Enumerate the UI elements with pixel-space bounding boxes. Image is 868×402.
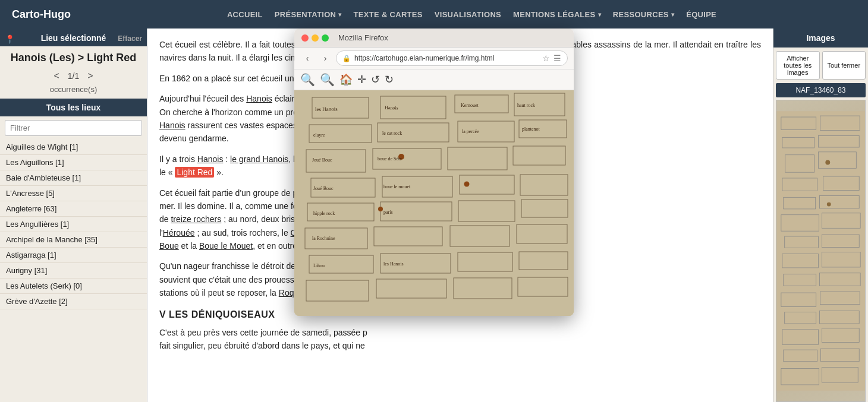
link-hanois-2[interactable]: Hanois	[159, 121, 185, 130]
svg-text:les Hanois: les Hanois	[315, 106, 338, 112]
svg-text:boue de Sète: boue de Sète	[378, 156, 402, 162]
occurrences-label: occurrence(s)	[0, 85, 147, 99]
back-button[interactable]: ‹	[300, 51, 315, 65]
move-icon[interactable]: ✛	[357, 73, 366, 86]
images-buttons: Afficher toutes les images Tout fermer	[773, 48, 868, 83]
home-icon[interactable]: 🏠	[339, 73, 353, 86]
nav-mentions-legales[interactable]: MENTIONS LÉGALES ▾	[513, 10, 601, 19]
nav-visualisations[interactable]: VISUALISATIONS	[435, 10, 501, 19]
places-list: Aiguilles de Wight [1] Les Aiguillons [1…	[0, 140, 147, 402]
maximize-window-button[interactable]	[322, 34, 329, 42]
nav-presentation[interactable]: PRÉSENTATION ▾	[275, 10, 342, 19]
file-label: NAF_13460_83	[776, 83, 866, 97]
list-item[interactable]: Angleterre [63]	[0, 201, 147, 217]
address-bar[interactable]: 🔒 https://cartohugo.elan-numerique.fr/im…	[336, 50, 568, 66]
firefox-titlebar: Mozilla Firefox	[294, 29, 574, 48]
svg-point-66	[378, 207, 383, 211]
svg-text:la percée: la percée	[462, 129, 479, 134]
lock-icon: 🔒	[342, 55, 351, 62]
sidebar-nav: < 1/1 >	[0, 67, 147, 85]
manuscript-svg: les Hanois Hanois Kernouet haut rock ela…	[294, 90, 574, 316]
filter-input[interactable]	[5, 120, 142, 136]
svg-point-65	[464, 182, 470, 187]
list-item[interactable]: Aurigny [31]	[0, 263, 147, 278]
list-item[interactable]: L'Ancresse [5]	[0, 186, 147, 201]
firefox-title: Mozilla Firefox	[338, 33, 388, 42]
selected-place: Hanois (Les) > Light Red	[0, 46, 147, 67]
list-item[interactable]: Les Aiguillons [1]	[0, 155, 147, 170]
svg-text:les Hanois: les Hanois	[383, 261, 404, 267]
thumbnail-svg	[776, 100, 865, 401]
navbar: Carto-Hugo ACCUEIL PRÉSENTATION ▾ TEXTE …	[0, 0, 868, 29]
images-panel: Images Afficher toutes les images Tout f…	[773, 29, 868, 402]
svg-text:Joué Bouc: Joué Bouc	[312, 157, 332, 163]
svg-text:plantenot: plantenot	[522, 126, 540, 132]
filter-container	[0, 116, 147, 140]
svg-text:boue le mouet: boue le mouet	[383, 184, 411, 189]
svg-point-30	[827, 202, 831, 207]
zoom-toolbar: 🔍 🔍 🏠 ✛ ↺ ↻	[294, 69, 574, 90]
nav-count: 1/1	[68, 71, 79, 81]
bookmark-icon[interactable]: ☆	[542, 53, 550, 63]
firefox-toolbar: ‹ › 🔒 https://cartohugo.elan-numerique.f…	[294, 48, 574, 69]
tous-lieux-header: Tous les lieux	[0, 99, 147, 116]
manuscript-image: les Hanois Hanois Kernouet haut rock ela…	[294, 90, 574, 316]
svg-point-29	[825, 160, 830, 165]
chevron-down-icon: ▾	[338, 11, 341, 18]
next-arrow[interactable]: >	[84, 69, 96, 83]
link-herouee[interactable]: Hérouée	[163, 228, 195, 238]
minimize-window-button[interactable]	[312, 34, 319, 42]
svg-text:Lihou: Lihou	[313, 263, 325, 268]
brand[interactable]: Carto-Hugo	[12, 8, 71, 21]
chevron-down-icon: ▾	[671, 11, 674, 18]
nav-texte-cartes[interactable]: TEXTE & CARTES	[354, 10, 423, 19]
nav-items: ACCUEIL PRÉSENTATION ▾ TEXTE & CARTES VI…	[87, 10, 856, 19]
prev-arrow[interactable]: <	[50, 69, 62, 83]
browser-nav-icons: ‹ ›	[300, 51, 332, 65]
menu-icon[interactable]: ☰	[553, 53, 561, 63]
link-boue[interactable]: Boue	[159, 241, 179, 251]
list-item[interactable]: Astigarraga [1]	[0, 248, 147, 263]
link-grand-hanois[interactable]: le grand Hanois	[230, 154, 288, 164]
close-window-button[interactable]	[301, 34, 309, 42]
svg-text:le cat rock: le cat rock	[382, 131, 402, 136]
svg-text:Kernouet: Kernouet	[461, 103, 479, 108]
link-treize-rochers[interactable]: treize rochers	[171, 214, 221, 224]
address-text: https://cartohugo.elan-numerique.fr/img.…	[354, 54, 539, 62]
show-all-images-button[interactable]: Afficher toutes les images	[776, 51, 820, 80]
firefox-content: les Hanois Hanois Kernouet haut rock ela…	[294, 90, 574, 316]
nav-ressources[interactable]: RESSOURCES ▾	[613, 10, 674, 19]
pin-icon: 📍	[5, 34, 15, 44]
svg-text:haut rock: haut rock	[517, 103, 535, 108]
effacer-button[interactable]: Effacer	[118, 34, 142, 43]
window-controls	[301, 34, 329, 42]
list-item[interactable]: Baie d'Ambleteuse [1]	[0, 170, 147, 186]
list-item[interactable]: Aiguilles de Wight [1]	[0, 140, 147, 155]
forward-button[interactable]: ›	[318, 51, 332, 65]
nav-accueil[interactable]: ACCUEIL	[227, 10, 263, 19]
link-boue-mouet[interactable]: Boue le Mouet	[199, 241, 253, 251]
svg-text:la Rochuine: la Rochuine	[312, 236, 335, 241]
svg-text:elayre: elayre	[313, 132, 325, 138]
paragraph-7: C'est à peu près vers cette journée de s…	[159, 326, 761, 353]
list-item[interactable]: Les Autelets (Serk) [0]	[0, 278, 147, 294]
list-item[interactable]: Grève d'Azette [2]	[0, 294, 147, 309]
zoom-in-icon[interactable]: 🔍	[320, 72, 335, 87]
link-hanois-1[interactable]: Hanois	[246, 94, 272, 103]
svg-text:Hanois: Hanois	[385, 105, 398, 110]
undo-icon[interactable]: ↺	[371, 73, 380, 86]
list-item[interactable]: Les Angullières [1]	[0, 217, 147, 232]
zoom-out-icon[interactable]: 🔍	[300, 72, 315, 87]
firefox-modal: Mozilla Firefox ‹ › 🔒 https://cartohugo.…	[294, 29, 574, 316]
list-item[interactable]: Archipel de la Manche [35]	[0, 232, 147, 248]
link-hanois-3[interactable]: Hanois	[197, 154, 224, 164]
nav-equipe[interactable]: ÉQUIPE	[686, 10, 716, 19]
chevron-down-icon: ▾	[598, 11, 601, 18]
image-thumbnail[interactable]	[776, 100, 866, 402]
sidebar: 📍 Lieu sélectionné Effacer Hanois (Les) …	[0, 29, 147, 402]
sidebar-selected-header: 📍 Lieu sélectionné Effacer	[0, 29, 147, 46]
highlight-light-red: Light Red	[175, 167, 214, 178]
close-all-button[interactable]: Tout fermer	[822, 51, 866, 80]
svg-text:paris: paris	[383, 210, 393, 215]
redo-icon[interactable]: ↻	[385, 73, 394, 86]
